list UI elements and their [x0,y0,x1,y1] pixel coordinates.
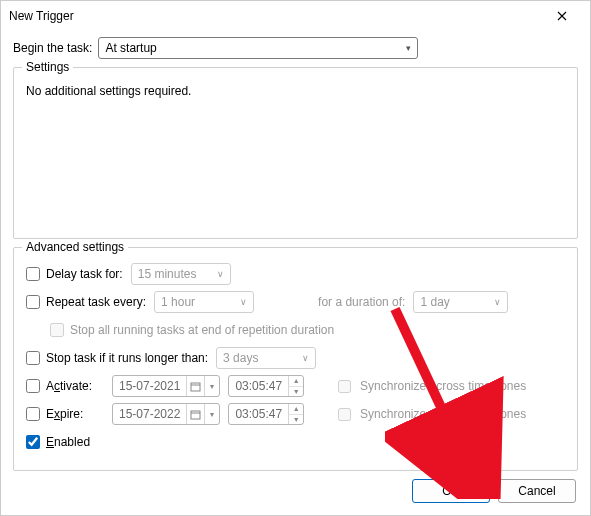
delay-combo[interactable]: 15 minutes ∨ [131,263,231,285]
activate-date: 15-07-2021 [113,376,186,396]
activate-sync-label: Synchronize across time zones [360,379,526,393]
delay-label: Delay task for: [46,267,123,281]
stop-if-combo[interactable]: 3 days ∨ [216,347,316,369]
svg-rect-0 [191,383,200,391]
expire-time: 03:05:47 [229,404,288,424]
stop-all-label: Stop all running tasks at end of repetit… [70,323,334,337]
expire-checkbox-input[interactable] [26,407,40,421]
expire-checkbox[interactable]: Expire: [26,407,104,421]
duration-combo[interactable]: 1 day ∨ [413,291,508,313]
repeat-checkbox[interactable]: Repeat task every: [26,295,146,309]
duration-label: for a duration of: [318,295,405,309]
expire-date-picker[interactable]: 15-07-2022 ▾ [112,403,220,425]
settings-message: No additional settings required. [26,78,565,98]
activate-label: Activate: [46,379,92,393]
begin-task-value: At startup [105,41,156,55]
close-icon [557,11,567,21]
chevron-down-icon: ∨ [494,297,501,307]
calendar-icon[interactable] [186,404,204,424]
new-trigger-dialog: New Trigger Begin the task: At startup ▾… [0,0,591,516]
chevron-down-icon[interactable]: ▾ [204,404,219,424]
stop-if-checkbox-input[interactable] [26,351,40,365]
calendar-icon[interactable] [186,376,204,396]
chevron-down-icon: ∨ [302,353,309,363]
expire-sync-label: Synchronize across time zones [360,407,526,421]
expire-time-picker[interactable]: 03:05:47 ▲ ▼ [228,403,304,425]
enabled-checkbox[interactable]: Enabled [26,435,90,449]
cancel-button[interactable]: Cancel [498,479,576,503]
activate-sync-checkbox [338,380,351,393]
repeat-checkbox-input[interactable] [26,295,40,309]
begin-task-dropdown[interactable]: At startup ▾ [98,37,418,59]
chevron-down-icon[interactable]: ▾ [204,376,219,396]
chevron-down-icon: ▾ [406,43,411,53]
repeat-combo[interactable]: 1 hour ∨ [154,291,254,313]
spin-down-icon[interactable]: ▼ [289,387,303,397]
titlebar: New Trigger [1,1,590,31]
settings-group: Settings No additional settings required… [13,67,578,239]
delay-checkbox-input[interactable] [26,267,40,281]
spin-up-icon[interactable]: ▲ [289,404,303,415]
spin-up-icon[interactable]: ▲ [289,376,303,387]
expire-date: 15-07-2022 [113,404,186,424]
stop-if-label: Stop task if it runs longer than: [46,351,208,365]
spin-down-icon[interactable]: ▼ [289,415,303,425]
window-title: New Trigger [9,9,542,23]
stop-if-value: 3 days [223,351,258,365]
close-button[interactable] [542,2,582,30]
repeat-value: 1 hour [161,295,195,309]
activate-date-picker[interactable]: 15-07-2021 ▾ [112,375,220,397]
stop-all-checkbox: Stop all running tasks at end of repetit… [50,323,334,337]
dialog-footer: OK Cancel [412,479,576,503]
enabled-checkbox-input[interactable] [26,435,40,449]
chevron-down-icon: ∨ [217,269,224,279]
settings-legend: Settings [22,60,73,74]
delay-checkbox[interactable]: Delay task for: [26,267,123,281]
duration-value: 1 day [420,295,449,309]
stop-if-checkbox[interactable]: Stop task if it runs longer than: [26,351,208,365]
svg-rect-2 [191,411,200,419]
chevron-down-icon: ∨ [240,297,247,307]
activate-checkbox-input[interactable] [26,379,40,393]
advanced-legend: Advanced settings [22,240,128,254]
stop-all-checkbox-input [50,323,64,337]
activate-time: 03:05:47 [229,376,288,396]
expire-sync-checkbox [338,408,351,421]
ok-button[interactable]: OK [412,479,490,503]
expire-label: Expire: [46,407,83,421]
activate-checkbox[interactable]: Activate: [26,379,104,393]
advanced-settings-group: Advanced settings Delay task for: 15 min… [13,247,578,471]
activate-time-picker[interactable]: 03:05:47 ▲ ▼ [228,375,304,397]
delay-value: 15 minutes [138,267,197,281]
repeat-label: Repeat task every: [46,295,146,309]
begin-task-label: Begin the task: [13,41,92,55]
enabled-label: Enabled [46,435,90,449]
